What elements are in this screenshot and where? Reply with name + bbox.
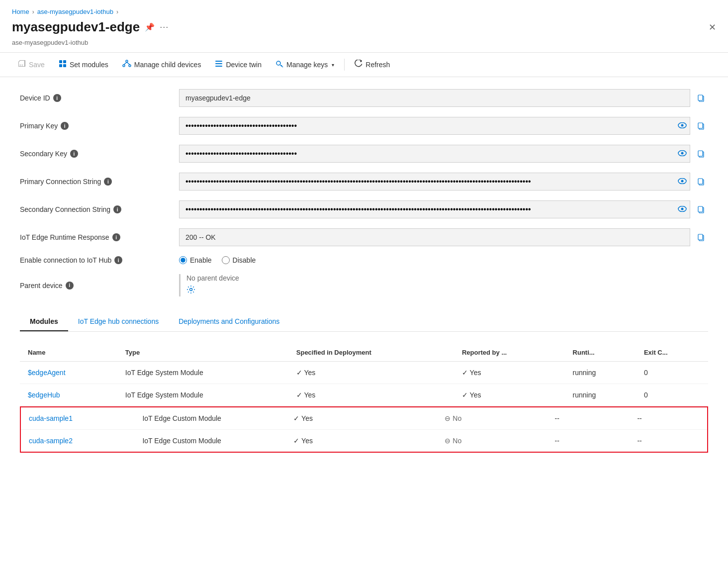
tab-deployments[interactable]: Deployments and Configurations bbox=[169, 312, 289, 331]
row-reported: ⊖ No bbox=[437, 407, 546, 430]
secondary-key-eye-icon[interactable] bbox=[675, 149, 690, 158]
disable-radio-label[interactable]: Disable bbox=[222, 256, 256, 264]
manage-child-icon bbox=[122, 60, 131, 70]
secondary-conn-input[interactable] bbox=[180, 205, 675, 214]
manage-keys-icon bbox=[275, 60, 283, 70]
main-container: Home › ase-myasegpudev1-iothub › myasegp… bbox=[0, 0, 728, 583]
row-name: cuda-sample1 bbox=[20, 407, 134, 430]
row-exit: -- bbox=[629, 430, 708, 453]
svg-rect-16 bbox=[698, 95, 703, 100]
primary-key-label: Primary Key i bbox=[20, 122, 179, 130]
breadcrumb: Home › ase-myasegpudev1-iothub › bbox=[0, 0, 728, 17]
secondary-conn-field bbox=[179, 200, 690, 218]
more-icon[interactable]: ··· bbox=[160, 22, 169, 32]
svg-point-5 bbox=[123, 65, 125, 67]
table-row: cuda-sample1 IoT Edge Custom Module ✓ Ye… bbox=[20, 407, 708, 430]
device-id-info-icon[interactable]: i bbox=[53, 94, 61, 102]
primary-key-info-icon[interactable]: i bbox=[61, 122, 69, 130]
svg-point-18 bbox=[681, 124, 684, 127]
secondary-key-info-icon[interactable]: i bbox=[70, 150, 78, 158]
row-type: IoT Edge System Module bbox=[117, 362, 288, 384]
svg-point-12 bbox=[276, 61, 280, 65]
tab-iot-edge-hub[interactable]: IoT Edge hub connections bbox=[68, 312, 169, 331]
primary-conn-label: Primary Connection String i bbox=[20, 178, 179, 186]
table-row: $edgeHub IoT Edge System Module ✓ Yes ✓ … bbox=[20, 384, 708, 406]
table-section: Name Type Specified in Deployment Report… bbox=[20, 344, 708, 453]
disable-radio[interactable] bbox=[222, 256, 230, 264]
secondary-conn-input-wrap bbox=[179, 200, 708, 218]
toolbar-divider bbox=[344, 59, 345, 71]
manage-keys-button[interactable]: Manage keys ▾ bbox=[270, 57, 340, 73]
device-twin-button[interactable]: Device twin bbox=[209, 57, 268, 73]
svg-rect-20 bbox=[698, 123, 703, 128]
device-id-copy-button[interactable] bbox=[694, 91, 708, 105]
secondary-key-copy-button[interactable] bbox=[694, 147, 708, 161]
parent-gear-icon[interactable] bbox=[186, 286, 195, 296]
secondary-conn-eye-icon[interactable] bbox=[675, 205, 690, 214]
secondary-conn-info-icon[interactable]: i bbox=[113, 205, 121, 213]
manage-keys-label: Manage keys bbox=[286, 61, 328, 69]
close-icon[interactable]: ✕ bbox=[709, 22, 716, 33]
svg-rect-1 bbox=[63, 60, 66, 63]
primary-key-eye-icon[interactable] bbox=[675, 121, 690, 130]
iot-edge-runtime-info-icon[interactable]: i bbox=[112, 233, 120, 241]
module-link-edgehub[interactable]: $edgeHub bbox=[28, 391, 60, 399]
enable-radio-label[interactable]: Enable bbox=[179, 256, 212, 264]
refresh-button[interactable]: Refresh bbox=[349, 57, 396, 73]
col-specified: Specified in Deployment bbox=[288, 344, 454, 362]
svg-point-26 bbox=[681, 180, 684, 183]
iot-edge-runtime-row: IoT Edge Runtime Response i bbox=[20, 228, 708, 246]
breadcrumb-home[interactable]: Home bbox=[12, 8, 29, 15]
device-id-row: Device ID i bbox=[20, 89, 708, 107]
enable-connection-info-icon[interactable]: i bbox=[114, 256, 122, 264]
save-label: Save bbox=[29, 61, 45, 69]
secondary-key-input-wrap bbox=[179, 145, 708, 163]
row-specified: ✓ Yes bbox=[288, 384, 454, 406]
secondary-key-label: Secondary Key i bbox=[20, 150, 179, 158]
parent-device-label: Parent device i bbox=[20, 282, 179, 290]
manage-child-button[interactable]: Manage child devices bbox=[116, 57, 207, 73]
tabs: Modules IoT Edge hub connections Deploym… bbox=[20, 312, 708, 332]
row-reported: ✓ Yes bbox=[454, 384, 565, 406]
svg-rect-11 bbox=[215, 66, 222, 67]
primary-conn-eye-icon[interactable] bbox=[675, 177, 690, 186]
parent-device-border: No parent device bbox=[179, 274, 239, 296]
secondary-conn-copy-button[interactable] bbox=[694, 202, 708, 216]
secondary-key-input[interactable] bbox=[180, 149, 675, 158]
secondary-key-field bbox=[179, 145, 690, 163]
set-modules-button[interactable]: Set modules bbox=[53, 57, 114, 73]
row-specified: ✓ Yes bbox=[285, 430, 437, 453]
breadcrumb-sep1: › bbox=[32, 8, 34, 15]
svg-point-22 bbox=[681, 152, 684, 155]
primary-conn-info-icon[interactable]: i bbox=[104, 178, 112, 186]
primary-conn-field bbox=[179, 173, 690, 191]
primary-conn-input[interactable] bbox=[180, 177, 675, 186]
device-id-input[interactable] bbox=[179, 89, 690, 107]
save-button[interactable]: Save bbox=[12, 57, 51, 73]
pin-icon[interactable]: 📌 bbox=[145, 22, 155, 32]
parent-device-info-icon[interactable]: i bbox=[66, 282, 74, 290]
enable-radio[interactable] bbox=[179, 256, 187, 264]
secondary-conn-label: Secondary Connection String i bbox=[20, 205, 179, 213]
device-twin-label: Device twin bbox=[226, 61, 262, 69]
svg-rect-32 bbox=[698, 206, 703, 212]
page-title: myasegpudev1-edge bbox=[12, 19, 140, 35]
primary-key-copy-button[interactable] bbox=[694, 119, 708, 133]
iot-edge-runtime-copy-button[interactable] bbox=[694, 230, 708, 244]
secondary-key-row: Secondary Key i bbox=[20, 145, 708, 163]
device-twin-icon bbox=[215, 60, 223, 70]
table-row: cuda-sample2 IoT Edge Custom Module ✓ Ye… bbox=[20, 430, 708, 453]
breadcrumb-hub[interactable]: ase-myasegpudev1-iothub bbox=[37, 8, 113, 15]
module-link-cuda2[interactable]: cuda-sample2 bbox=[29, 437, 73, 445]
module-link-edgeagent[interactable]: $edgeAgent bbox=[28, 369, 66, 377]
primary-key-input-wrap bbox=[179, 117, 708, 135]
iot-edge-runtime-input[interactable] bbox=[179, 228, 690, 246]
primary-key-input[interactable] bbox=[180, 121, 675, 130]
row-type: IoT Edge Custom Module bbox=[134, 430, 285, 453]
tab-modules[interactable]: Modules bbox=[20, 312, 68, 331]
primary-key-row: Primary Key i bbox=[20, 117, 708, 135]
primary-conn-copy-button[interactable] bbox=[694, 175, 708, 189]
svg-rect-34 bbox=[698, 234, 703, 240]
module-link-cuda1[interactable]: cuda-sample1 bbox=[29, 414, 73, 422]
manage-child-label: Manage child devices bbox=[134, 61, 201, 69]
